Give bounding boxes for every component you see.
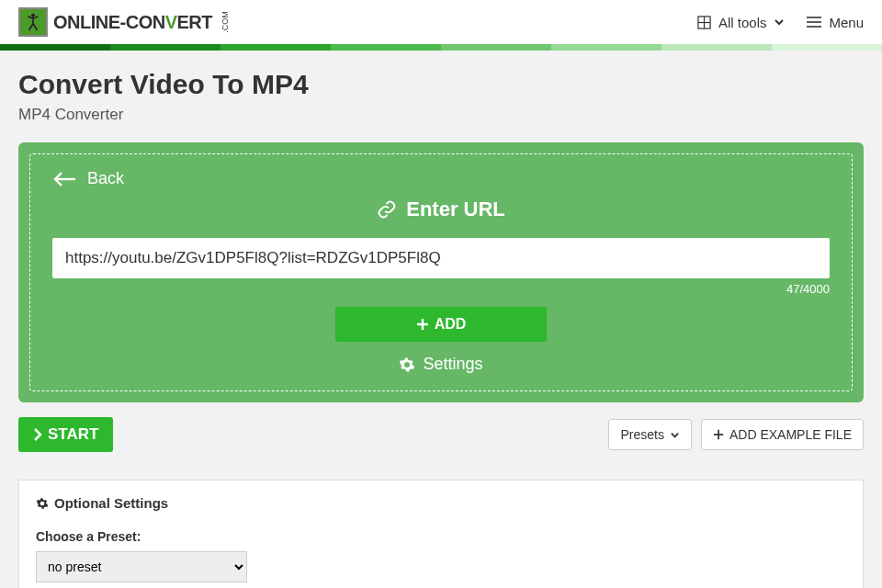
back-label: Back xyxy=(87,169,124,188)
preset-select[interactable]: no preset xyxy=(36,551,247,582)
svg-point-0 xyxy=(31,14,35,17)
optional-settings-label: Optional Settings xyxy=(54,495,168,511)
menu-label: Menu xyxy=(829,15,864,30)
top-right: All tools Menu xyxy=(697,15,864,30)
right-actions: Presets ADD EXAMPLE FILE xyxy=(608,419,864,450)
chevron-down-icon xyxy=(670,430,680,440)
plus-icon xyxy=(416,318,429,331)
chevron-right-icon xyxy=(33,428,42,441)
action-row: START Presets ADD EXAMPLE FILE xyxy=(18,417,864,452)
hamburger-icon xyxy=(807,16,821,28)
settings-button[interactable]: Settings xyxy=(52,355,830,374)
logo-icon xyxy=(18,7,48,37)
chevron-down-icon xyxy=(774,17,785,28)
gear-icon xyxy=(36,497,49,510)
url-panel-inner: Back Enter URL 47/4000 ADD Settings xyxy=(29,153,853,391)
logo-suffix: .COM xyxy=(220,11,230,33)
preset-label: Choose a Preset: xyxy=(36,529,846,544)
page-title: Convert Video To MP4 xyxy=(18,69,864,100)
top-bar: ONLINE-CONVERT .COM All tools Menu xyxy=(0,0,882,44)
url-panel: Back Enter URL 47/4000 ADD Settings xyxy=(18,142,864,402)
start-label: START xyxy=(48,425,98,444)
enter-url-heading: Enter URL xyxy=(52,198,830,221)
optional-settings-panel: Optional Settings Choose a Preset: no pr… xyxy=(18,480,864,588)
add-example-button[interactable]: ADD EXAMPLE FILE xyxy=(701,419,864,450)
presets-button[interactable]: Presets xyxy=(608,419,691,450)
optional-settings-heading: Optional Settings xyxy=(36,495,846,511)
link-icon xyxy=(377,199,397,220)
enter-url-label: Enter URL xyxy=(406,198,505,221)
grid-icon xyxy=(697,16,711,29)
add-label: ADD xyxy=(435,316,467,333)
add-button[interactable]: ADD xyxy=(335,307,547,342)
url-input[interactable] xyxy=(52,238,830,278)
page-subtitle: MP4 Converter xyxy=(18,106,864,124)
presets-label: Presets xyxy=(620,427,663,442)
logo-text: ONLINE-CONVERT xyxy=(53,12,212,33)
menu-button[interactable]: Menu xyxy=(807,15,864,30)
plus-icon xyxy=(713,429,724,440)
char-count: 47/4000 xyxy=(52,282,830,296)
site-logo[interactable]: ONLINE-CONVERT .COM xyxy=(18,7,236,37)
gradient-bar xyxy=(0,44,882,51)
start-button[interactable]: START xyxy=(18,417,113,452)
back-button[interactable]: Back xyxy=(52,169,830,188)
add-example-label: ADD EXAMPLE FILE xyxy=(729,427,852,442)
settings-label: Settings xyxy=(423,355,482,374)
main-content: Convert Video To MP4 MP4 Converter Back … xyxy=(0,51,882,588)
all-tools-label: All tools xyxy=(718,15,767,30)
arrow-left-icon xyxy=(52,171,76,187)
all-tools-button[interactable]: All tools xyxy=(697,15,786,30)
gear-icon xyxy=(399,356,415,373)
